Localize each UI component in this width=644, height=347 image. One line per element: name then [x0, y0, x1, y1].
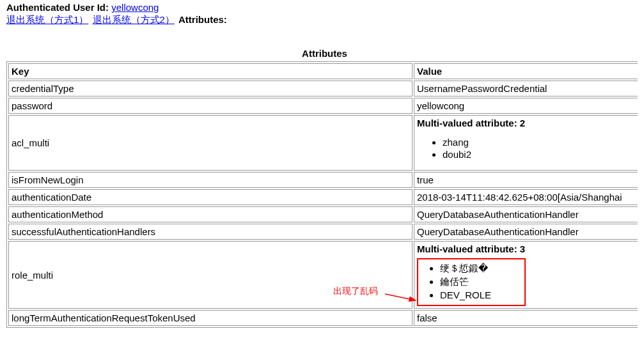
- multi-value-label: Multi-valued attribute: 2: [417, 118, 638, 128]
- list-item: DEV_ROLE: [440, 289, 518, 301]
- multi-value-list: 绠＄悊鍛�鑰佸笀DEV_ROLE: [425, 262, 518, 301]
- auth-user-link[interactable]: yellowcong: [111, 2, 159, 13]
- table-row: authenticationDate2018-03-14T11:48:42.62…: [8, 189, 638, 205]
- logout-method-2-link[interactable]: 退出系统（方式2）: [93, 14, 175, 25]
- column-header-value: Value: [414, 63, 638, 79]
- attribute-key: isFromNewLogin: [8, 172, 412, 188]
- attribute-value: 2018-03-14T11:48:42.625+08:00[Asia/Shang…: [414, 189, 638, 205]
- attribute-key: authenticationDate: [8, 189, 412, 205]
- auth-user-line: Authenticated User Id: yellowcong: [6, 2, 638, 13]
- attribute-value: QueryDatabaseAuthenticationHandler: [414, 224, 638, 240]
- multi-value-list: zhangdoubi2: [417, 136, 638, 160]
- table-row: passwordyellowcong: [8, 98, 638, 114]
- table-row: role_multiMulti-valued attribute: 3绠＄悊鍛�…: [8, 241, 638, 309]
- logout-method-1-link[interactable]: 退出系统（方式1）: [6, 14, 88, 25]
- table-row: authenticationMethodQueryDatabaseAuthent…: [8, 206, 638, 222]
- attribute-value: yellowcong: [414, 98, 638, 114]
- list-item: doubi2: [443, 148, 638, 160]
- attribute-value: Multi-valued attribute: 2zhangdoubi2: [414, 115, 638, 171]
- list-item: zhang: [443, 136, 638, 148]
- auth-user-label: Authenticated User Id:: [6, 2, 109, 13]
- table-row: isFromNewLogintrue: [8, 172, 638, 188]
- attribute-value: false: [414, 310, 638, 326]
- attribute-value: UsernamePasswordCredential: [414, 81, 638, 96]
- attribute-key: acl_multi: [8, 115, 412, 171]
- attribute-key: authenticationMethod: [8, 206, 412, 222]
- column-header-key: Key: [8, 63, 412, 79]
- list-item: 绠＄悊鍛�: [440, 262, 518, 275]
- table-row: longTermAuthenticationRequestTokenUsedfa…: [8, 310, 638, 326]
- logout-line: 退出系统（方式1） 退出系统（方式2） Attributes:: [6, 14, 638, 26]
- attributes-heading: Attributes:: [178, 14, 227, 25]
- garbled-annotation-text: 出现了乱码: [333, 286, 378, 297]
- table-row: successfulAuthenticationHandlersQueryDat…: [8, 224, 638, 240]
- table-caption: Attributes: [6, 45, 638, 61]
- attribute-key: credentialType: [8, 81, 412, 96]
- attribute-key: successfulAuthenticationHandlers: [8, 224, 412, 240]
- table-row: acl_multiMulti-valued attribute: 2zhangd…: [8, 115, 638, 171]
- attribute-key: password: [8, 98, 412, 114]
- attribute-key: role_multi: [8, 241, 412, 309]
- highlight-box: 绠＄悊鍛�鑰佸笀DEV_ROLE: [417, 258, 526, 306]
- list-item: 鑰佸笀: [440, 275, 518, 289]
- attribute-value: Multi-valued attribute: 3绠＄悊鍛�鑰佸笀DEV_ROL…: [414, 241, 638, 309]
- attribute-value: QueryDatabaseAuthenticationHandler: [414, 206, 638, 222]
- multi-value-label: Multi-valued attribute: 3: [417, 243, 638, 254]
- attribute-value: true: [414, 172, 638, 188]
- attributes-table: Attributes Key Value credentialTypeUsern…: [6, 45, 638, 328]
- attribute-key: longTermAuthenticationRequestTokenUsed: [8, 310, 412, 326]
- table-row: credentialTypeUsernamePasswordCredential: [8, 81, 638, 96]
